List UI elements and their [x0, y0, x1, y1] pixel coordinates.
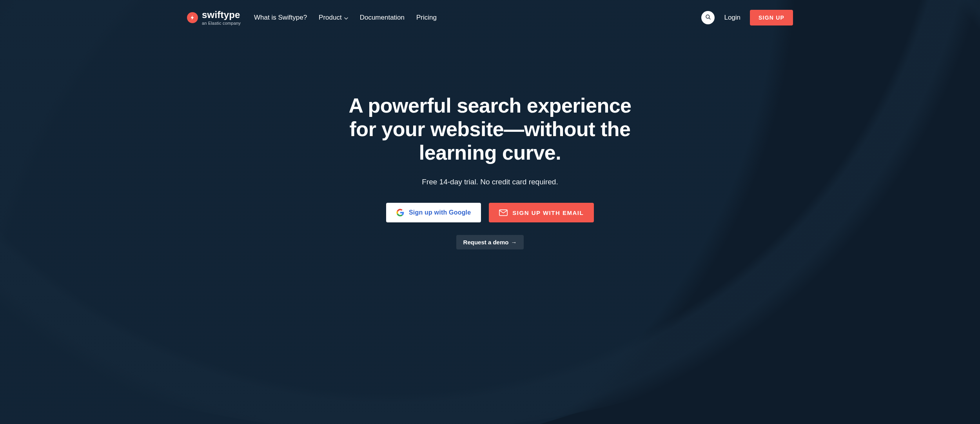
demo-row: Request a demo → — [187, 235, 793, 249]
search-icon — [705, 14, 711, 22]
nav-label: Product — [319, 14, 342, 22]
nav-label: Pricing — [416, 14, 437, 22]
login-link[interactable]: Login — [724, 14, 740, 22]
signup-label: SIGN UP — [759, 15, 784, 21]
chevron-down-icon — [344, 14, 348, 22]
logo-link[interactable]: swiftype an Elastic company — [187, 10, 241, 25]
hero-section: A powerful search experience for your we… — [187, 94, 793, 249]
arrow-right-icon: → — [511, 239, 517, 246]
bolt-icon — [187, 12, 198, 23]
request-demo-button[interactable]: Request a demo → — [456, 235, 524, 249]
signup-button[interactable]: SIGN UP — [750, 10, 793, 25]
nav-label: Documentation — [360, 14, 405, 22]
nav-label: What is Swiftype? — [254, 14, 307, 22]
signup-google-label: Sign up with Google — [409, 209, 471, 216]
header-actions: Login SIGN UP — [701, 10, 793, 25]
hero-headline: A powerful search experience for your we… — [187, 94, 793, 164]
hero-subtext: Free 14-day trial. No credit card requir… — [187, 178, 793, 186]
nav-pricing[interactable]: Pricing — [416, 14, 437, 22]
login-label: Login — [724, 14, 740, 21]
hero-headline-line-2: for your website—without the — [350, 118, 631, 140]
request-demo-label: Request a demo — [463, 239, 509, 246]
logo-tagline: an Elastic company — [202, 21, 241, 25]
hero-headline-line-1: A powerful search experience — [348, 94, 631, 117]
google-icon — [396, 209, 404, 217]
cta-row: Sign up with Google SIGN UP WITH EMAIL — [187, 203, 793, 222]
signup-google-button[interactable]: Sign up with Google — [386, 203, 481, 222]
nav-documentation[interactable]: Documentation — [360, 14, 405, 22]
signup-email-label: SIGN UP WITH EMAIL — [512, 209, 584, 216]
svg-line-1 — [709, 18, 710, 19]
logo-wordmark: swiftype — [202, 10, 241, 20]
nav-what-is-swiftype[interactable]: What is Swiftype? — [254, 14, 307, 22]
nav-product[interactable]: Product — [319, 14, 348, 22]
primary-nav: What is Swiftype? Product Documentation … — [254, 14, 437, 22]
hero-headline-line-3: learning curve. — [419, 141, 561, 164]
signup-email-button[interactable]: SIGN UP WITH EMAIL — [489, 203, 594, 222]
mail-icon — [499, 209, 508, 216]
search-button[interactable] — [701, 11, 715, 24]
site-header: swiftype an Elastic company What is Swif… — [187, 0, 793, 35]
